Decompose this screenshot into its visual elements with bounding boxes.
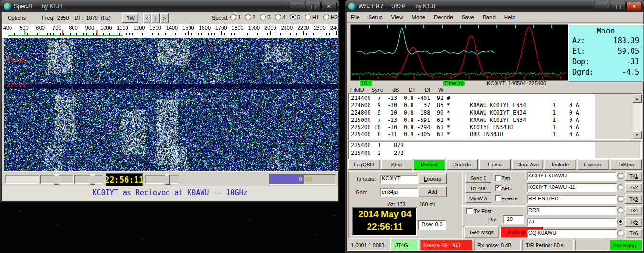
minimize-icon[interactable]: – xyxy=(290,2,305,11)
speed-radio-5[interactable]: 5 xyxy=(290,14,300,20)
frequency-ruler[interactable] xyxy=(2,24,338,38)
scroll-down-icon[interactable]: ▼ xyxy=(633,131,642,139)
decode-line[interactable]: 224600 9 -10 0.8 37 85 * K0AWU KC0IYT EN… xyxy=(351,102,579,109)
tx6-button[interactable]: Tx6 xyxy=(625,229,642,238)
radio-icon[interactable] xyxy=(245,14,251,20)
average-line[interactable]: 225400 2 2/2 xyxy=(351,149,404,157)
center-button[interactable]: | xyxy=(151,13,160,23)
slider-handle[interactable] xyxy=(165,174,170,185)
tx2-message-input[interactable]: KC0IYT K0AWU -11 xyxy=(527,183,617,192)
checkbox-icon[interactable] xyxy=(495,195,501,201)
tx5-message-input[interactable]: 73 xyxy=(527,218,617,227)
zap-check[interactable]: Zap xyxy=(495,175,510,181)
include-button[interactable]: Include xyxy=(544,159,576,170)
brightness-slider[interactable] xyxy=(40,175,74,184)
decode-line[interactable]: 225200 10 -10 0.8 -294 61 * KC0IYT EN34J… xyxy=(351,124,579,131)
waterfall-canvas[interactable] xyxy=(4,38,338,171)
decode-line[interactable]: 225000 7 -13 0.8 -591 61 * K0AWU KC0IYT … xyxy=(351,117,579,124)
tx4-message-input[interactable]: RRR xyxy=(527,206,617,215)
tx1-button[interactable]: Tx1 xyxy=(625,171,642,181)
tx2-radio[interactable] xyxy=(617,184,623,190)
radio-icon[interactable] xyxy=(260,14,266,20)
contrast-slider[interactable] xyxy=(74,175,103,184)
menu-save[interactable]: Save xyxy=(457,13,478,22)
gain-track[interactable] xyxy=(5,175,39,184)
maximize-icon[interactable]: ▢ xyxy=(611,2,626,11)
exclude-button[interactable]: Exclude xyxy=(577,159,609,170)
rpt-input[interactable]: -20 xyxy=(503,215,524,224)
tx6-radio[interactable] xyxy=(617,230,623,236)
clear-avg-button[interactable]: Clear Avg xyxy=(512,159,544,170)
log-qso-button[interactable]: Log QSO xyxy=(348,159,380,170)
afc-check[interactable]: AFC xyxy=(495,185,512,191)
tx5-radio[interactable] xyxy=(617,219,623,225)
lookup-button[interactable]: Lookup xyxy=(418,173,447,184)
maximize-icon[interactable]: ▢ xyxy=(306,2,321,11)
specjt-titlebar[interactable]: SpecJT by K1JT – ▢ ✕ xyxy=(0,0,339,12)
tx1-radio[interactable] xyxy=(617,173,623,179)
tx3-radio[interactable] xyxy=(617,196,623,202)
tol-box[interactable]: Tol 400 xyxy=(465,184,491,193)
speed-radio-4[interactable]: 4 xyxy=(275,14,285,20)
checkbox-icon[interactable] xyxy=(495,175,501,181)
options-menu[interactable]: Options xyxy=(8,15,26,21)
prev-button[interactable]: < xyxy=(143,13,151,23)
minimize-icon[interactable]: – xyxy=(595,2,610,11)
grid-input[interactable]: en34ju xyxy=(380,188,418,197)
decode-button[interactable]: Decode xyxy=(446,159,478,170)
dsec-box[interactable]: Dsec 0.0 xyxy=(418,220,446,230)
tx-first-check[interactable]: Tx First xyxy=(466,208,492,214)
freeze-check[interactable]: Freeze xyxy=(495,195,517,201)
speed-radio-H1[interactable]: H1 xyxy=(305,14,319,20)
radio-icon[interactable] xyxy=(323,14,329,20)
decode-text-area[interactable]: 224400 7 -13 0.8 -401 92 #224600 9 -10 0… xyxy=(348,93,642,140)
menu-setup[interactable]: Setup xyxy=(364,13,387,22)
tx4-button[interactable]: Tx4 xyxy=(625,206,642,215)
speed-radio-1[interactable]: 1 xyxy=(230,14,241,20)
tx3-button[interactable]: Tx3 xyxy=(625,194,642,204)
tx4-radio[interactable] xyxy=(617,207,623,213)
speed-slider[interactable] xyxy=(145,175,179,184)
menu-view[interactable]: View xyxy=(387,13,408,22)
slider-handle[interactable] xyxy=(90,174,95,185)
average-text-area[interactable]: 225400 1 8/8225400 2 2/2 xyxy=(348,141,642,159)
menu-file[interactable]: File xyxy=(347,13,364,22)
wsjt-titlebar[interactable]: WSJT 9.7 r3639 by K1JT – ▢ ✕ xyxy=(345,0,644,12)
close-icon[interactable]: ✕ xyxy=(321,2,337,11)
bw-button[interactable]: BW xyxy=(122,13,138,23)
speed-radio-2[interactable]: 2 xyxy=(245,14,255,20)
gen-msgs-button[interactable]: Gen Msgs xyxy=(464,226,499,238)
txstop-button[interactable]: TxStop xyxy=(610,159,642,170)
waterfall-display[interactable]: 22:5622:55 xyxy=(4,38,338,171)
decode-line[interactable]: 225400 8 -11 0.9 -305 61 * RRR EN34JU 1 … xyxy=(351,131,579,138)
decode-line[interactable]: 224400 7 -13 0.8 -401 92 # xyxy=(351,95,579,102)
speed-radio-3[interactable]: 3 xyxy=(260,14,270,20)
menu-help[interactable]: Help xyxy=(500,13,520,22)
checkbox-icon[interactable] xyxy=(495,185,501,191)
decode-scrollbar[interactable]: ▲ ▼ xyxy=(633,94,641,139)
tx3-message-input[interactable]: RR EN37ED xyxy=(527,195,617,204)
minw-box[interactable]: MinW A xyxy=(465,194,491,203)
close-icon[interactable]: ✕ xyxy=(626,2,642,11)
tx5-button[interactable]: Tx5 xyxy=(625,217,642,227)
radio-icon[interactable] xyxy=(275,14,281,20)
tx6-message-input[interactable]: CQ K0AWU xyxy=(527,229,617,238)
radio-icon[interactable] xyxy=(290,14,296,20)
callsign-input[interactable]: KC0IYT xyxy=(380,175,418,184)
slider-handle[interactable] xyxy=(54,174,59,185)
menu-band[interactable]: Band xyxy=(478,13,500,22)
erase-button[interactable]: Erase xyxy=(479,159,511,170)
tx1-message-input[interactable]: KC0IYT K0AWU xyxy=(527,172,617,181)
tx2-button[interactable]: Tx2 xyxy=(625,183,642,192)
radio-icon[interactable] xyxy=(230,14,236,20)
radio-icon[interactable] xyxy=(305,14,311,20)
sync-box[interactable]: Sync 0 xyxy=(465,174,491,183)
speed-radio-H2[interactable]: H2 xyxy=(323,14,338,20)
stop-button[interactable]: Stop xyxy=(381,159,413,170)
menu-mode[interactable]: Mode xyxy=(407,13,430,22)
checkbox-icon[interactable] xyxy=(466,208,473,214)
average-line[interactable]: 225400 1 8/8 xyxy=(351,142,404,149)
menu-decode[interactable]: Decode xyxy=(430,13,457,22)
monitor-button[interactable]: Monitor xyxy=(413,159,445,170)
decode-line[interactable]: 224800 9 -10 0.8 188 90 * K0AWU KC0IYT E… xyxy=(351,110,579,117)
